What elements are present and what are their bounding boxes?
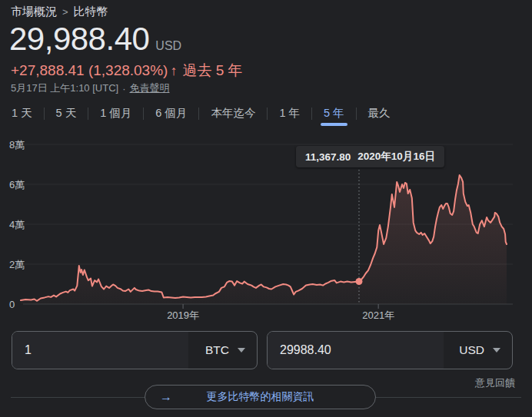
converter-to-unit-select[interactable]: USD xyxy=(444,332,512,369)
disclaimer-link[interactable]: 免責聲明 xyxy=(130,81,170,95)
breadcrumb: 市場概況 > 比特幣 xyxy=(11,5,108,19)
change-amount: +27,888.41 (1,328.03%) xyxy=(11,62,168,79)
converter-from-unit: BTC xyxy=(205,343,229,357)
converter-from-input-wrap xyxy=(12,332,188,369)
arrow-right-icon: → xyxy=(160,390,172,404)
change-period: 過去 5 年 xyxy=(182,61,242,81)
more-info-button[interactable]: → 更多比特幣的相關資訊 xyxy=(145,385,376,409)
price-chart-canvas[interactable]: 8萬6萬4萬2萬02019年2021年 xyxy=(0,134,532,326)
current-price: 29,988.40 xyxy=(9,21,149,58)
converter-from-input[interactable] xyxy=(12,332,188,369)
google-finance-page: 市場概況 > 比特幣 29,988.40 USD +27,888.41 (1,3… xyxy=(0,0,532,417)
breadcrumb-market-overview[interactable]: 市場概況 xyxy=(11,5,57,19)
y-axis-label: 2萬 xyxy=(9,259,25,270)
more-info-label: 更多比特幣的相關資訊 xyxy=(145,390,375,404)
price-currency: USD xyxy=(155,39,181,53)
x-axis-label: 2019年 xyxy=(167,309,199,321)
currency-converter: BTC USD xyxy=(0,331,532,369)
tab-6m[interactable]: 6 個月 xyxy=(144,101,198,126)
converter-to-box: USD xyxy=(267,331,513,369)
breadcrumb-separator-icon: > xyxy=(62,6,68,18)
chevron-down-icon xyxy=(238,348,245,352)
tab-ytd[interactable]: 本年迄今 xyxy=(199,101,267,126)
converter-from-box: BTC xyxy=(12,331,258,369)
tab-max[interactable]: 最久 xyxy=(357,101,402,126)
tab-1m[interactable]: 1 個月 xyxy=(88,101,143,126)
price-row: 29,988.40 USD xyxy=(9,21,181,58)
price-change: +27,888.41 (1,328.03%) ↑ 過去 5 年 xyxy=(11,61,243,81)
tab-1d[interactable]: 1 天 xyxy=(0,101,44,126)
meta-dot: · xyxy=(122,83,125,94)
converter-to-input-wrap xyxy=(268,332,444,369)
tooltip-date: 2020年10月16日 xyxy=(357,150,435,164)
price-area-fill xyxy=(21,175,507,304)
chevron-down-icon xyxy=(493,348,500,352)
y-axis-label: 0 xyxy=(9,299,15,310)
time-range-tabs: 1 天5 天1 個月6 個月本年迄今1 年5 年最久 xyxy=(0,101,532,126)
y-axis-label: 4萬 xyxy=(9,219,25,230)
tab-5d[interactable]: 5 天 xyxy=(45,101,88,126)
quote-meta: 5月17日 上午1:10 [UTC] · 免責聲明 xyxy=(11,81,170,95)
up-arrow-icon: ↑ xyxy=(170,63,177,79)
tooltip-value: 11,367.80 xyxy=(305,151,351,163)
x-axis-label: 2021年 xyxy=(362,309,394,321)
y-axis-label: 6萬 xyxy=(9,179,25,190)
converter-from-unit-select[interactable]: BTC xyxy=(188,332,257,369)
converter-to-input[interactable] xyxy=(268,332,444,369)
price-chart: 8萬6萬4萬2萬02019年2021年 11,367.80 2020年10月16… xyxy=(0,134,532,326)
feedback-link[interactable]: 意見回饋 xyxy=(475,376,515,390)
tab-1y[interactable]: 1 年 xyxy=(268,101,311,126)
converter-to-unit: USD xyxy=(459,343,484,357)
breadcrumb-current: 比特幣 xyxy=(74,5,108,19)
tab-5y[interactable]: 5 年 xyxy=(312,101,356,126)
chart-tooltip: 11,367.80 2020年10月16日 xyxy=(296,146,444,167)
y-axis-label: 8萬 xyxy=(9,139,25,151)
hover-point-marker xyxy=(355,278,362,285)
quote-timestamp: 5月17日 上午1:10 [UTC] xyxy=(11,81,118,95)
